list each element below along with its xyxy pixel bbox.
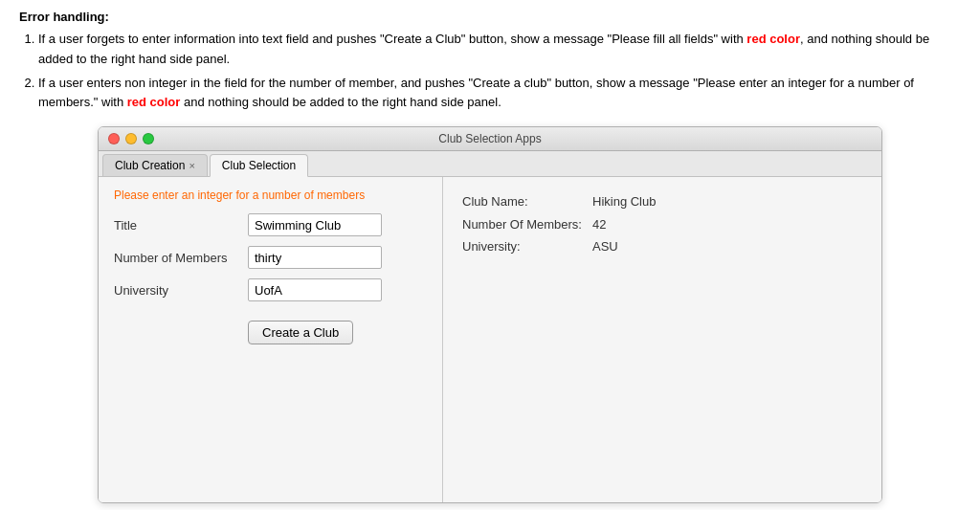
- club-name-key: Club Name:: [462, 190, 587, 212]
- form-input-university[interactable]: [248, 278, 382, 301]
- club-members-row: Number Of Members: 42: [462, 213, 862, 235]
- form-label-university: University: [114, 283, 248, 298]
- club-info-hiking: Club Name: Hiking Club Number Of Members…: [462, 190, 862, 257]
- error-item-1: If a user forgets to enter information i…: [38, 30, 961, 70]
- error-title: Error handling:: [19, 10, 961, 24]
- error-item-2: If a user enters non integer in the fiel…: [38, 74, 961, 114]
- club-name-row: Club Name: Hiking Club: [462, 190, 862, 212]
- close-button[interactable]: [108, 133, 120, 144]
- club-university-value: ASU: [592, 235, 618, 257]
- left-panel: Please enter an integer for a number of …: [99, 177, 443, 502]
- right-panel: Club Name: Hiking Club Number Of Members…: [443, 177, 881, 502]
- form-row-title: Title: [114, 213, 427, 236]
- error-item-2-bold: red color: [127, 95, 181, 109]
- maximize-button[interactable]: [143, 133, 154, 144]
- tab-club-selection-label: Club Selection: [222, 159, 296, 172]
- form-error-message: Please enter an integer for a number of …: [114, 188, 427, 202]
- error-item-1-bold: red color: [746, 32, 800, 46]
- club-name-value: Hiking Club: [592, 190, 656, 212]
- form-input-title[interactable]: [248, 213, 382, 236]
- form-input-members[interactable]: [248, 246, 382, 269]
- error-item-1-text-before: If a user forgets to enter information i…: [38, 32, 746, 46]
- window-title: Club Selection Apps: [438, 132, 541, 145]
- window-content: Please enter an integer for a number of …: [99, 177, 881, 502]
- club-members-key: Number Of Members:: [462, 213, 587, 235]
- traffic-lights: [108, 133, 154, 144]
- club-university-row: University: ASU: [462, 235, 862, 257]
- form-row-university: University: [114, 278, 427, 301]
- club-members-value: 42: [592, 213, 606, 235]
- tab-club-selection[interactable]: Club Selection: [210, 154, 308, 177]
- error-section: Error handling: If a user forgets to ent…: [19, 10, 961, 113]
- tab-club-creation[interactable]: Club Creation ×: [102, 154, 208, 176]
- tab-club-creation-label: Club Creation: [115, 159, 185, 172]
- app-window: Club Selection Apps Club Creation × Club…: [98, 126, 882, 503]
- minimize-button[interactable]: [125, 133, 137, 144]
- form-row-members: Number of Members: [114, 246, 427, 269]
- create-club-button[interactable]: Create a Club: [248, 321, 353, 344]
- club-university-key: University:: [462, 235, 587, 257]
- error-item-2-text-after: and nothing should be added to the right…: [180, 95, 501, 109]
- form-label-members: Number of Members: [114, 251, 248, 265]
- window-titlebar: Club Selection Apps: [99, 127, 881, 151]
- error-list: If a user forgets to enter information i…: [19, 30, 961, 113]
- tab-club-creation-close[interactable]: ×: [189, 160, 194, 171]
- form-label-title: Title: [114, 218, 248, 233]
- tabs-bar: Club Creation × Club Selection: [99, 151, 881, 177]
